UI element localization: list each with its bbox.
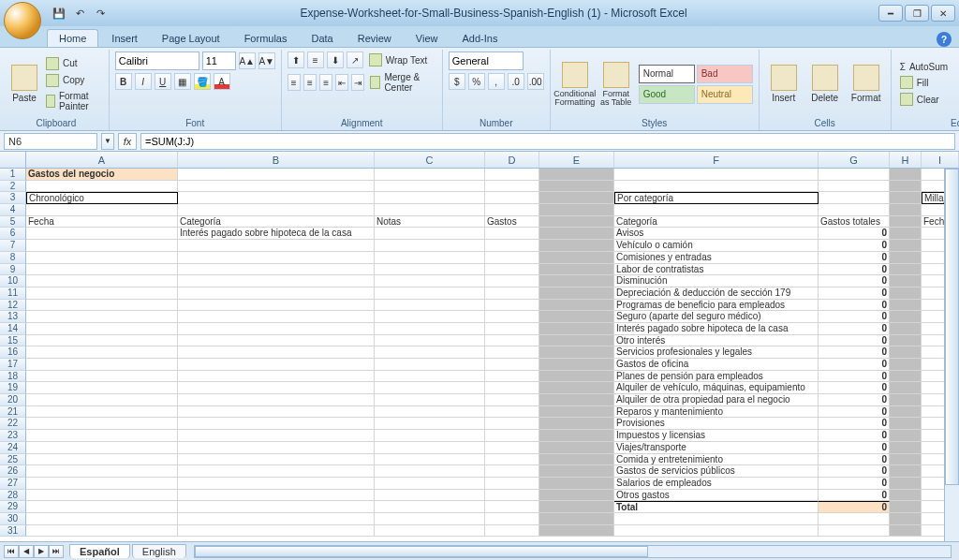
cell[interactable]	[890, 501, 922, 513]
cell[interactable]	[539, 501, 614, 513]
tab-page-layout[interactable]: Page Layout	[151, 30, 231, 47]
cell[interactable]	[26, 287, 178, 300]
sort-filter-button[interactable]: Sort & Filter	[954, 52, 959, 116]
cell[interactable]	[539, 192, 614, 204]
tab-addins[interactable]: Add-Ins	[450, 30, 509, 47]
cell[interactable]	[819, 525, 890, 538]
cell[interactable]	[485, 346, 539, 359]
cell[interactable]: 0	[819, 418, 890, 430]
font-size-select[interactable]	[202, 52, 236, 70]
cell[interactable]	[26, 359, 178, 371]
insert-button[interactable]: Insert	[765, 52, 803, 116]
cell[interactable]: 0	[819, 335, 890, 347]
cell[interactable]	[485, 252, 539, 264]
cell[interactable]	[890, 169, 922, 181]
cell[interactable]	[890, 454, 922, 466]
cell[interactable]	[26, 240, 178, 252]
cell[interactable]	[539, 478, 614, 490]
cell[interactable]	[890, 513, 922, 525]
cell[interactable]	[539, 252, 614, 264]
cell[interactable]	[26, 371, 178, 383]
cell[interactable]: 0	[819, 275, 890, 287]
cell[interactable]	[539, 359, 614, 371]
cell[interactable]	[375, 359, 485, 371]
hscroll-thumb[interactable]	[195, 546, 648, 557]
cell[interactable]	[375, 454, 485, 466]
cell[interactable]: Otros gastos	[614, 490, 819, 502]
cell[interactable]: 0	[819, 252, 890, 264]
cell[interactable]	[26, 513, 178, 525]
cell[interactable]	[178, 275, 375, 287]
cell[interactable]: 0	[819, 323, 890, 335]
fill-color-button[interactable]: 🪣	[194, 73, 211, 90]
cell[interactable]	[890, 346, 922, 359]
cell[interactable]: Disminución	[614, 275, 819, 287]
indent-inc-button[interactable]: ⇥	[351, 74, 364, 91]
sheet-nav-first[interactable]: ⏮	[4, 545, 19, 558]
vertical-scrollbar[interactable]	[944, 169, 959, 541]
cell[interactable]	[539, 216, 614, 228]
merge-center-button[interactable]: Merge & Center	[367, 71, 435, 94]
style-good[interactable]: Good	[639, 85, 695, 104]
cell[interactable]	[539, 287, 614, 300]
grow-font-button[interactable]: A▲	[239, 52, 256, 69]
cell[interactable]: Gastos de servicios públicos	[614, 465, 819, 478]
cell[interactable]: 0	[819, 501, 890, 513]
cell[interactable]	[539, 300, 614, 312]
cell[interactable]	[485, 454, 539, 466]
cell[interactable]	[26, 525, 178, 538]
cell[interactable]: Planes de pensión para empleados	[614, 371, 819, 383]
name-box[interactable]: N6	[4, 133, 97, 150]
row-header[interactable]: 1	[0, 169, 26, 181]
cell[interactable]	[485, 204, 539, 216]
cell[interactable]: Reparos y mantenimiento	[614, 406, 819, 419]
row-header[interactable]: 26	[0, 465, 26, 478]
cell[interactable]	[485, 323, 539, 335]
tab-view[interactable]: View	[405, 30, 450, 47]
save-icon[interactable]: 💾	[51, 5, 67, 22]
cell[interactable]: 0	[819, 490, 890, 502]
row-header[interactable]: 9	[0, 264, 26, 276]
cell[interactable]: 0	[819, 240, 890, 252]
cell[interactable]: Alquiler de vehículo, máquinas, equipami…	[614, 382, 819, 394]
cell[interactable]: Salarios de empleados	[614, 478, 819, 490]
cell[interactable]	[485, 465, 539, 478]
cell[interactable]	[890, 525, 922, 538]
cell[interactable]	[178, 240, 375, 252]
cell[interactable]	[890, 382, 922, 394]
cell[interactable]	[819, 181, 890, 193]
cell[interactable]	[375, 311, 485, 323]
cell[interactable]	[375, 181, 485, 193]
row-header[interactable]: 11	[0, 287, 26, 300]
sheet-nav-last[interactable]: ⏭	[49, 545, 64, 558]
cell[interactable]	[178, 525, 375, 538]
cell[interactable]: Total	[614, 501, 819, 513]
cell[interactable]	[178, 394, 375, 406]
cell[interactable]	[539, 371, 614, 383]
cell[interactable]	[178, 335, 375, 347]
paste-button[interactable]: Paste	[9, 52, 39, 116]
row-header[interactable]: 14	[0, 323, 26, 335]
align-top-button[interactable]: ⬆	[288, 52, 304, 68]
percent-button[interactable]: %	[468, 73, 485, 90]
row-header[interactable]: 4	[0, 204, 26, 216]
tab-review[interactable]: Review	[347, 30, 403, 47]
cell[interactable]	[178, 264, 375, 276]
cell[interactable]: 0	[819, 346, 890, 359]
cell[interactable]	[178, 501, 375, 513]
format-as-table-button[interactable]: Format as Table	[598, 52, 635, 116]
cell[interactable]: Depreciación & deducción de sección 179	[614, 287, 819, 300]
col-header-c[interactable]: C	[375, 152, 485, 168]
col-header-h[interactable]: H	[890, 152, 922, 168]
cell[interactable]	[890, 300, 922, 312]
formula-input[interactable]	[140, 133, 955, 150]
cell[interactable]	[890, 228, 922, 240]
style-normal[interactable]: Normal	[639, 65, 695, 83]
cell[interactable]	[890, 192, 922, 204]
sheet-nav-next[interactable]: ▶	[34, 545, 49, 558]
row-header[interactable]: 30	[0, 513, 26, 525]
cell[interactable]	[539, 406, 614, 419]
tab-insert[interactable]: Insert	[100, 30, 149, 47]
cell[interactable]	[375, 465, 485, 478]
cell[interactable]	[485, 181, 539, 193]
